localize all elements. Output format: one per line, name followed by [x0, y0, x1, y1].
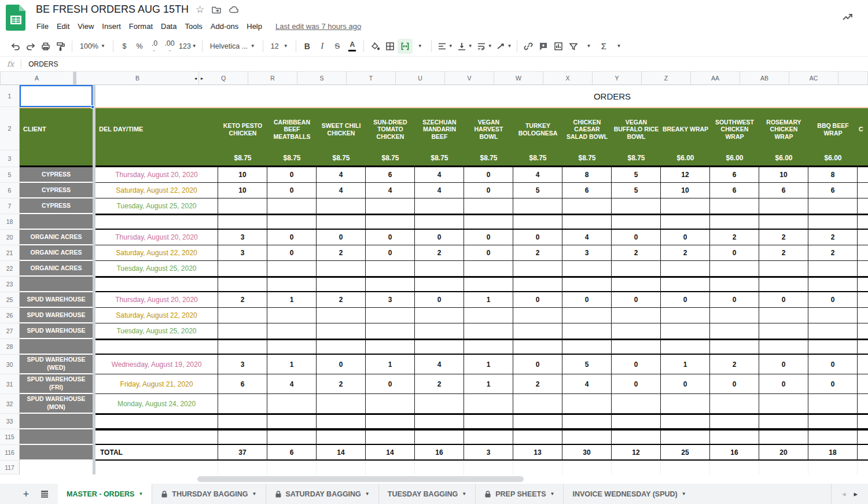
all-sheets-button[interactable] — [37, 487, 52, 502]
qty-cell[interactable] — [612, 323, 661, 339]
merge-cells-dropdown[interactable]: ▼ — [413, 39, 428, 54]
cell[interactable] — [858, 429, 868, 445]
qty-cell[interactable]: 0 — [317, 355, 366, 374]
qty-cell[interactable]: 0 — [808, 292, 858, 308]
qty-cell[interactable] — [759, 339, 808, 355]
qty-cell[interactable] — [317, 394, 366, 414]
qty-cell[interactable] — [267, 214, 317, 230]
qty-cell[interactable]: 1 — [267, 292, 317, 308]
qty-cell[interactable] — [267, 414, 317, 429]
qty-cell[interactable] — [218, 394, 267, 414]
qty-cell[interactable]: 6 — [218, 374, 267, 394]
qty-cell[interactable]: 12 — [612, 445, 661, 461]
qty-cell[interactable] — [710, 261, 759, 277]
qty-cell[interactable]: 8 — [562, 167, 612, 183]
column-header-B[interactable]: B◂ — [76, 72, 199, 85]
menu-edit[interactable]: Edit — [53, 20, 73, 32]
price-cell[interactable]: $8.75 — [562, 150, 612, 167]
price-cell[interactable]: $8.75 — [366, 150, 415, 167]
insert-link-button[interactable] — [521, 39, 536, 54]
qty-cell[interactable]: 1 — [267, 355, 317, 374]
qty-cell[interactable] — [661, 394, 710, 414]
qty-cell[interactable] — [267, 429, 317, 445]
qty-cell[interactable] — [218, 414, 267, 429]
qty-cell[interactable] — [415, 198, 464, 214]
date-cell[interactable]: Saturday, August 22, 2020 — [95, 245, 218, 261]
qty-cell[interactable] — [562, 261, 612, 277]
cell[interactable] — [267, 85, 317, 107]
qty-cell[interactable]: 1 — [464, 374, 513, 394]
qty-cell[interactable] — [612, 214, 661, 230]
qty-cell[interactable]: 2 — [415, 245, 464, 261]
explore-stats-icon[interactable] — [841, 12, 854, 25]
qty-cell[interactable]: 0 — [366, 245, 415, 261]
filter-dropdown[interactable]: ▼ — [581, 39, 596, 54]
cell[interactable] — [858, 461, 868, 474]
undo-button[interactable] — [8, 39, 23, 54]
price-cell[interactable]: $8.75 — [415, 150, 464, 167]
qty-cell[interactable]: 2 — [513, 374, 562, 394]
client-cell[interactable]: SPUD WAREHOUSE (MON) — [20, 394, 93, 414]
row-number[interactable]: 31 — [0, 374, 20, 394]
client-cell[interactable] — [20, 445, 93, 461]
product-header-cell[interactable]: SUN-DRIED TOMATO CHICKEN — [366, 107, 415, 150]
italic-button[interactable]: I — [315, 39, 330, 54]
product-header-cell[interactable]: CHICKEN CAESAR SALAD BOWL — [562, 107, 612, 150]
qty-cell[interactable] — [710, 461, 759, 474]
client-cell[interactable]: CYPRESS — [20, 198, 93, 214]
qty-cell[interactable]: 0 — [661, 230, 710, 245]
client-cell[interactable]: ORGANIC ACRES — [20, 245, 93, 261]
qty-cell[interactable] — [317, 308, 366, 323]
qty-cell[interactable]: 6 — [267, 445, 317, 461]
price-cell[interactable]: $6.00 — [759, 150, 808, 167]
qty-cell[interactable] — [317, 323, 366, 339]
zoom-select[interactable]: 100%▼ — [76, 39, 109, 54]
qty-cell[interactable] — [513, 414, 562, 429]
row-number[interactable]: 33 — [0, 414, 20, 429]
menu-data[interactable]: Data — [157, 20, 181, 32]
qty-cell[interactable]: 20 — [759, 445, 808, 461]
menu-view[interactable]: View — [73, 20, 98, 32]
qty-cell[interactable] — [464, 461, 513, 474]
price-cell[interactable] — [20, 150, 93, 167]
qty-cell[interactable]: 4 — [267, 374, 317, 394]
row-number[interactable]: 23 — [0, 277, 20, 292]
row-number[interactable]: 6 — [0, 183, 20, 198]
qty-cell[interactable] — [513, 323, 562, 339]
date-cell[interactable]: Tuesday, August 25, 2020 — [95, 261, 218, 277]
row-number[interactable]: 21 — [0, 245, 20, 261]
qty-cell[interactable]: 37 — [218, 445, 267, 461]
tab-tuesday-bagging[interactable]: TUESDAY BAGGING▼ — [378, 484, 475, 504]
client-cell[interactable] — [20, 414, 93, 429]
qty-cell[interactable] — [218, 461, 267, 474]
qty-cell[interactable] — [562, 198, 612, 214]
date-cell[interactable]: Monday, August 24, 2020 — [95, 394, 218, 414]
insert-comment-button[interactable] — [536, 39, 551, 54]
qty-cell[interactable] — [562, 414, 612, 429]
client-cell[interactable] — [20, 214, 93, 230]
qty-cell[interactable] — [366, 339, 415, 355]
qty-cell[interactable]: 0 — [366, 230, 415, 245]
qty-cell[interactable]: 1 — [366, 355, 415, 374]
qty-cell[interactable] — [366, 323, 415, 339]
font-select[interactable]: Helvetica ...▼ — [206, 39, 259, 54]
qty-cell[interactable] — [562, 308, 612, 323]
qty-cell[interactable]: 2 — [317, 292, 366, 308]
formula-bar[interactable]: fx ORDERS — [0, 57, 868, 72]
column-header-U[interactable]: U — [396, 72, 445, 85]
product-header-cell[interactable]: SZECHUAN MANDARIN BEEF — [415, 107, 464, 150]
qty-cell[interactable] — [612, 277, 661, 292]
product-header-cell[interactable]: TURKEY BOLOGNESA — [513, 107, 562, 150]
cell[interactable] — [858, 230, 868, 245]
qty-cell[interactable] — [513, 198, 562, 214]
client-cell[interactable]: SPUD WAREHOUSE — [20, 292, 93, 308]
qty-cell[interactable] — [759, 429, 808, 445]
qty-cell[interactable]: 4 — [513, 167, 562, 183]
star-icon[interactable]: ☆ — [196, 5, 204, 14]
row-number[interactable]: 116 — [0, 445, 20, 461]
qty-cell[interactable]: 10 — [218, 167, 267, 183]
qty-cell[interactable] — [710, 214, 759, 230]
qty-cell[interactable]: 3 — [218, 245, 267, 261]
product-header-cell[interactable]: VEGAN HARVEST BOWL — [464, 107, 513, 150]
qty-cell[interactable]: 0 — [612, 230, 661, 245]
